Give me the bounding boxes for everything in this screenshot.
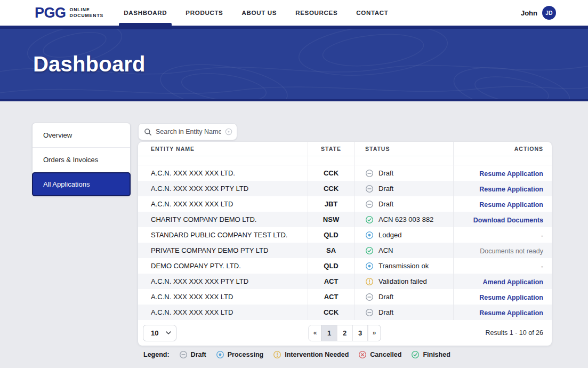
sidebar-item-overview[interactable]: Overview bbox=[33, 123, 130, 148]
cell-entity-name: PRIVATE COMPANY DEMO PTY LTD bbox=[138, 243, 308, 258]
action-link-resume-application[interactable]: Resume Application bbox=[479, 309, 543, 317]
status-draft-icon bbox=[365, 293, 374, 301]
status-text: Draft bbox=[378, 185, 393, 193]
user-area: John JD bbox=[521, 6, 556, 20]
cell-actions: Resume Application bbox=[454, 199, 552, 209]
empty-cell bbox=[355, 156, 454, 165]
page-size-value: 10 bbox=[151, 329, 159, 337]
brand-logo-text: PGG bbox=[35, 5, 66, 21]
cell-actions: Amend Application bbox=[454, 277, 552, 286]
empty-cell bbox=[138, 156, 308, 165]
table-row: STANDARD PUBLIC COMPANY TEST LTD.QLDLodg… bbox=[138, 227, 552, 243]
status-draft-icon bbox=[365, 185, 374, 193]
page-button-3[interactable]: 3 bbox=[352, 325, 368, 341]
cell-actions: - bbox=[454, 230, 552, 240]
nav-item-dashboard[interactable]: DASHBOARD bbox=[124, 0, 167, 26]
status-warning-icon bbox=[365, 277, 374, 286]
nav-item-contact[interactable]: CONTACT bbox=[356, 0, 388, 26]
cell-entity-name: A.C.N. XXX XXX XXX LTD bbox=[138, 196, 308, 212]
legend-item-processing: Processing bbox=[216, 350, 263, 359]
status-text: Draft bbox=[378, 308, 393, 316]
action-link-amend-application[interactable]: Amend Application bbox=[483, 278, 543, 286]
cell-status: Validation failed bbox=[355, 274, 454, 289]
empty-cell bbox=[308, 156, 355, 165]
status-processing-icon bbox=[365, 262, 374, 270]
legend-warning-icon bbox=[273, 350, 281, 359]
table-header-row: ENTITY NAME STATE STATUS ACTIONS bbox=[138, 142, 552, 156]
cell-state: QLD bbox=[308, 227, 355, 243]
sidebar-item-orders-invoices[interactable]: Orders & Invoices bbox=[33, 148, 130, 172]
status-text: Lodged bbox=[378, 231, 401, 239]
chevron-down-icon bbox=[166, 331, 171, 334]
search-icon bbox=[144, 128, 152, 136]
cell-state: CCK bbox=[308, 165, 355, 181]
cell-actions: Resume Application bbox=[454, 308, 552, 317]
status-text: Validation failed bbox=[378, 277, 427, 285]
main-nav: DASHBOARDPRODUCTSABOUT USRESOURCESCONTAC… bbox=[124, 0, 388, 26]
status-legend: Legend: DraftProcessingIntervention Need… bbox=[143, 350, 450, 359]
cell-entity-name: A.C.N. XXX XXX XXX LTD bbox=[138, 289, 308, 305]
action-link-resume-application[interactable]: Resume Application bbox=[479, 186, 543, 193]
page-title: Dashboard bbox=[33, 52, 146, 76]
brand-logo[interactable]: PGG ONLINE DOCUMENTS bbox=[35, 5, 103, 21]
search-input[interactable] bbox=[156, 128, 221, 135]
status-draft-icon bbox=[365, 169, 374, 178]
legend-item-label: Finished bbox=[423, 351, 450, 358]
action-link-download-documents[interactable]: Download Documents bbox=[473, 217, 543, 224]
cell-state: CCK bbox=[308, 181, 355, 196]
status-text: ACN bbox=[378, 246, 393, 254]
table-row: A.C.N. XXX XXX XXX PTY LTDCCKDraftResume… bbox=[138, 181, 552, 196]
table-row: A.C.N. XXX XXX XXX LTD.CCKDraftResume Ap… bbox=[138, 165, 552, 181]
page-size-select[interactable]: 10 bbox=[143, 325, 176, 341]
nav-item-products[interactable]: PRODUCTS bbox=[186, 0, 223, 26]
cell-entity-name: CHARITY COMPANY DEMO LTD. bbox=[138, 212, 308, 227]
nav-item-about-us[interactable]: ABOUT US bbox=[242, 0, 277, 26]
cell-actions: - bbox=[454, 261, 552, 271]
status-processing-icon bbox=[365, 231, 374, 239]
cell-actions: Resume Application bbox=[454, 292, 552, 302]
legend-item-draft: Draft bbox=[179, 350, 206, 359]
hero-banner: Dashboard bbox=[0, 26, 588, 101]
status-finished-icon bbox=[365, 246, 374, 255]
cell-actions: Download Documents bbox=[454, 215, 552, 225]
top-navbar: PGG ONLINE DOCUMENTS DASHBOARDPRODUCTSAB… bbox=[0, 0, 588, 26]
table-row: A.C.N. XXX XXX XXX LTDJBTDraftResume App… bbox=[138, 196, 552, 212]
cell-state: QLD bbox=[308, 258, 355, 274]
page-button-2[interactable]: 2 bbox=[337, 325, 353, 341]
action-link-resume-application[interactable]: Resume Application bbox=[479, 201, 543, 209]
search-target-icon[interactable] bbox=[225, 128, 232, 135]
action-link-resume-application[interactable]: Resume Application bbox=[479, 294, 543, 301]
legend-draft-icon bbox=[179, 350, 188, 359]
column-header-entity-name: ENTITY NAME bbox=[138, 142, 308, 156]
legend-item-intervention-needed: Intervention Needed bbox=[273, 350, 349, 359]
cell-actions: Resume Application bbox=[454, 184, 552, 194]
cell-state: CCK bbox=[308, 305, 355, 320]
status-finished-icon bbox=[365, 215, 374, 224]
column-header-actions: ACTIONS bbox=[454, 146, 552, 152]
legend-label: Legend: bbox=[143, 351, 170, 358]
cell-actions: Resume Application bbox=[454, 169, 552, 178]
nav-item-resources[interactable]: RESOURCES bbox=[295, 0, 337, 26]
legend-item-cancelled: Cancelled bbox=[358, 350, 401, 359]
legend-finished-icon bbox=[411, 350, 420, 359]
table-body: A.C.N. XXX XXX XXX LTD.CCKDraftResume Ap… bbox=[138, 165, 552, 320]
sidebar: OverviewOrders & InvoicesAll Application… bbox=[32, 123, 131, 196]
next-page-button[interactable]: » bbox=[368, 325, 381, 341]
sidebar-item-all-applications[interactable]: All Applications bbox=[32, 172, 131, 196]
legend-processing-icon bbox=[216, 350, 224, 359]
status-text: Draft bbox=[378, 293, 393, 301]
cell-state: JBT bbox=[308, 196, 355, 212]
brand-tagline-line2: DOCUMENTS bbox=[70, 13, 104, 19]
table-row: A.C.N. XXX XXX XXX LTDCCKDraftResume App… bbox=[138, 305, 552, 320]
page: PGG ONLINE DOCUMENTS DASHBOARDPRODUCTSAB… bbox=[0, 0, 588, 368]
action-link-resume-application[interactable]: Resume Application bbox=[479, 170, 543, 178]
legend-item-label: Cancelled bbox=[370, 351, 401, 358]
table-row: A.C.N. XXX XXX XXX PTY LTDACTValidation … bbox=[138, 274, 552, 289]
table-row: DEMO COMPANY PTY. LTD.QLDTransmission ok… bbox=[138, 258, 552, 274]
action-dash: - bbox=[541, 262, 543, 270]
cell-state: ACT bbox=[308, 289, 355, 305]
user-avatar[interactable]: JD bbox=[542, 6, 556, 20]
cell-actions: Documents not ready bbox=[454, 246, 552, 255]
prev-page-button[interactable]: « bbox=[309, 325, 322, 341]
page-button-1[interactable]: 1 bbox=[321, 325, 337, 341]
